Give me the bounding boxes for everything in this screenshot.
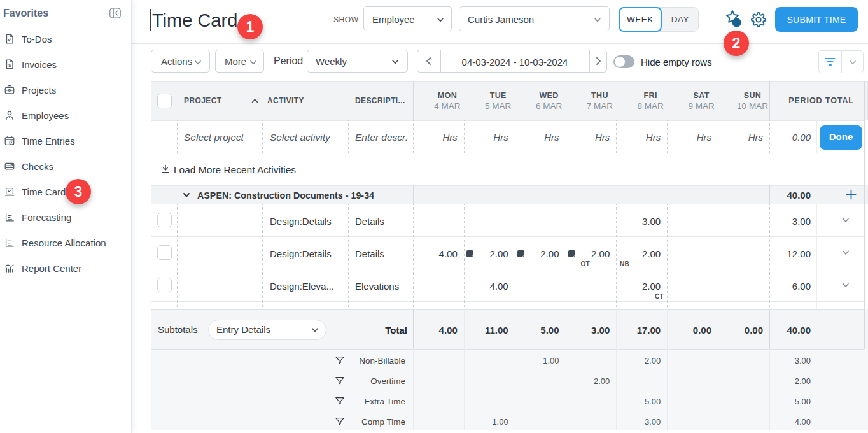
svg-text:$: $: [8, 62, 11, 68]
